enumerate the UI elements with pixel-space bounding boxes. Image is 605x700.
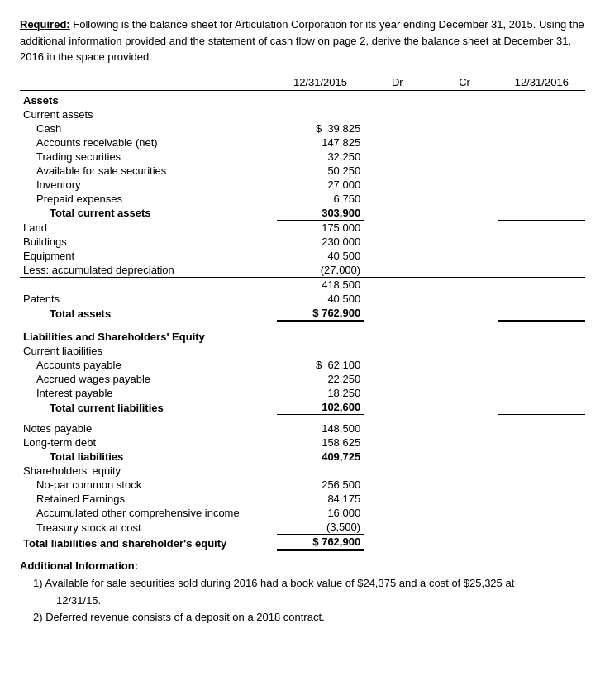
land-value: 175,000: [277, 220, 364, 235]
retained-earnings-label: Retained Earnings: [20, 492, 277, 506]
aoci-label: Accumulated other comprehensive income: [20, 506, 277, 520]
accounts-payable-value: $ 62,100: [277, 358, 364, 372]
column-headers: 12/31/2015 Dr Cr 12/31/2016: [20, 75, 585, 91]
list-item: Long-term debt 158,625: [20, 436, 585, 450]
treasury-stock-label: Treasury stock at cost: [20, 520, 277, 535]
intro-body: Following is the balance sheet for Artic…: [20, 18, 584, 63]
available-for-sale-value: 50,250: [277, 164, 364, 178]
assets-title: Assets: [20, 90, 277, 107]
current-liabilities-label-row: Current liabilities: [20, 344, 585, 358]
current-liabilities-label: Current liabilities: [20, 344, 277, 358]
total-assets-label: Total assets: [20, 306, 277, 321]
patents-value: 40,500: [277, 292, 364, 306]
list-item: Inventory 27,000: [20, 178, 585, 192]
additional-info-section: Additional Information: 1) Available for…: [20, 558, 585, 626]
list-item: Land 175,000: [20, 220, 585, 235]
notes-payable-value: 148,500: [277, 421, 364, 436]
additional-info-item-2: 2) Deferred revenue consists of a deposi…: [20, 609, 585, 626]
date-2016-header: 12/31/2016: [498, 75, 585, 91]
list-item: Accrued wages payable 22,250: [20, 372, 585, 386]
additional-info-item-1-sub: 12/31/15.: [33, 594, 101, 607]
list-item: Less: accumulated depreciation (27,000): [20, 263, 585, 278]
list-item: Patents 40,500: [20, 292, 585, 306]
long-term-debt-value: 158,625: [277, 436, 364, 450]
spacer2: [20, 415, 585, 421]
total-liabilities-label: Total liabilities: [20, 450, 277, 464]
equity-label: Shareholders' equity: [20, 464, 277, 478]
prepaid-expenses-label: Prepaid expenses: [20, 192, 277, 206]
total-assets-row: Total assets $ 762,900: [20, 306, 585, 321]
equity-label-row: Shareholders' equity: [20, 464, 585, 478]
assets-title-row: Assets: [20, 90, 585, 107]
current-assets-label-row: Current assets: [20, 107, 585, 121]
cash-label: Cash: [20, 121, 277, 136]
total-current-liabilities-row: Total current liabilities 102,600: [20, 400, 585, 415]
total-current-assets-row: Total current assets 303,900: [20, 206, 585, 221]
no-par-stock-label: No-par common stock: [20, 478, 277, 492]
trading-securities-label: Trading securities: [20, 150, 277, 164]
interest-payable-value: 18,250: [277, 386, 364, 400]
accum-depreciation-value: (27,000): [277, 263, 364, 278]
additional-info-title: Additional Information:: [20, 560, 138, 572]
cr-header: Cr: [431, 75, 498, 91]
additional-info-item-2-text: 2) Deferred revenue consists of a deposi…: [33, 611, 325, 623]
list-item: Available for sale securities 50,250: [20, 164, 585, 178]
liabilities-section-title-row: Liabilities and Shareholders' Equity: [20, 327, 585, 344]
equipment-value: 40,500: [277, 249, 364, 263]
accounts-receivable-value: 147,825: [277, 136, 364, 150]
list-item: Treasury stock at cost (3,500): [20, 520, 585, 535]
list-item: Buildings 230,000: [20, 235, 585, 249]
total-liabilities-equity-value: $ 762,900: [277, 535, 364, 550]
treasury-stock-value: (3,500): [277, 520, 364, 535]
list-item: Notes payable 148,500: [20, 421, 585, 436]
buildings-label: Buildings: [20, 235, 277, 249]
no-par-stock-value: 256,500: [277, 478, 364, 492]
buildings-value: 230,000: [277, 235, 364, 249]
accounts-receivable-label: Accounts receivable (net): [20, 136, 277, 150]
total-liabilities-value: 409,725: [277, 450, 364, 464]
additional-info-item-1-text: 1) Available for sale securities sold du…: [33, 577, 514, 589]
list-item: Equipment 40,500: [20, 249, 585, 263]
aoci-value: 16,000: [277, 506, 364, 520]
land-label: Land: [20, 220, 277, 235]
list-item: Accumulated other comprehensive income 1…: [20, 506, 585, 520]
patents-label: Patents: [20, 292, 277, 306]
dr-header: Dr: [364, 75, 431, 91]
available-for-sale-label: Available for sale securities: [20, 164, 277, 178]
retained-earnings-value: 84,175: [277, 492, 364, 506]
interest-payable-label: Interest payable: [20, 386, 277, 400]
ppe-subtotal-value: 418,500: [277, 277, 364, 292]
cash-value: $ 39,825: [277, 121, 364, 136]
list-item: Prepaid expenses 6,750: [20, 192, 585, 206]
label-header: [20, 75, 277, 91]
long-term-debt-label: Long-term debt: [20, 436, 277, 450]
required-label: Required:: [20, 18, 70, 31]
total-current-assets-label: Total current assets: [20, 206, 277, 221]
total-liabilities-row: Total liabilities 409,725: [20, 450, 585, 464]
notes-payable-label: Notes payable: [20, 421, 277, 436]
total-current-liabilities-value: 102,600: [277, 400, 364, 415]
list-item: Retained Earnings 84,175: [20, 492, 585, 506]
total-current-liabilities-label: Total current liabilities: [20, 400, 277, 415]
date-2015-header: 12/31/2015: [277, 75, 364, 91]
total-liabilities-equity-label: Total liabilities and shareholder's equi…: [20, 535, 277, 550]
intro-text: Required: Following is the balance sheet…: [20, 17, 585, 65]
list-item: Trading securities 32,250: [20, 150, 585, 164]
list-item: Accounts payable $ 62,100: [20, 358, 585, 372]
ppe-subtotal-row: 418,500: [20, 277, 585, 292]
equipment-label: Equipment: [20, 249, 277, 263]
trading-securities-value: 32,250: [277, 150, 364, 164]
accum-depreciation-label: Less: accumulated depreciation: [20, 263, 277, 278]
accrued-wages-payable-value: 22,250: [277, 372, 364, 386]
total-assets-value: $ 762,900: [277, 306, 364, 321]
list-item: Interest payable 18,250: [20, 386, 585, 400]
prepaid-expenses-value: 6,750: [277, 192, 364, 206]
total-liabilities-equity-row: Total liabilities and shareholder's equi…: [20, 535, 585, 550]
additional-info-item-1: 1) Available for sale securities sold du…: [20, 575, 585, 610]
list-item: No-par common stock 256,500: [20, 478, 585, 492]
balance-sheet-table: 12/31/2015 Dr Cr 12/31/2016 Assets Curre…: [20, 75, 585, 552]
accounts-payable-label: Accounts payable: [20, 358, 277, 372]
inventory-label: Inventory: [20, 178, 277, 192]
current-assets-label: Current assets: [20, 107, 277, 121]
spacer: [20, 321, 585, 327]
